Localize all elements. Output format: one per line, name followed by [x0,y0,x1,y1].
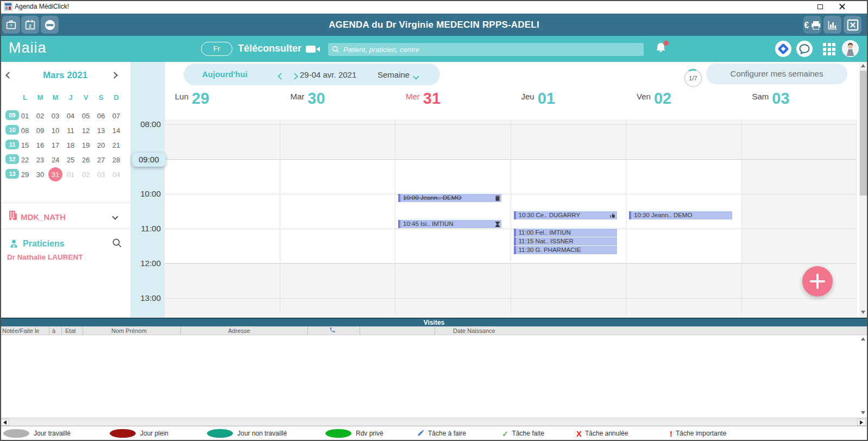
column-line [741,119,742,316]
scroll-right-button[interactable] [857,419,866,426]
day-header-ven[interactable]: Ven02 [637,90,741,119]
scroll-down-arrow[interactable] [861,311,865,314]
prev-week-button[interactable] [279,71,284,81]
mini-calendar-day[interactable]: 29 [17,167,33,182]
appointment-event[interactable]: 10:30 Ce.. DUGARRY [514,211,617,219]
mini-calendar-day[interactable]: 16 [33,138,48,153]
appointment-event[interactable]: 11:30 G. PHARMACIE [514,246,617,254]
day-name: Mar [291,92,305,101]
visites-column-header: Notée/Faite le [2,327,39,334]
mini-calendar-day[interactable]: 04 [109,167,124,182]
visites-table-body[interactable] [0,335,868,418]
scroll-up-arrow[interactable] [861,64,865,67]
mini-calendar-day[interactable]: 02 [78,167,93,182]
exit-button[interactable] [844,16,861,34]
notifications-button[interactable] [655,42,668,56]
off-day-column-sam [741,119,857,316]
appointment-event[interactable]: 10:30 Jeann.. DEMO [629,211,732,219]
day-header-lun[interactable]: Lun29 [175,90,280,119]
mini-calendar-day[interactable]: 24 [48,153,63,167]
next-week-button[interactable] [292,71,297,81]
scroll-left-button[interactable] [1,419,9,426]
mini-calendar-day[interactable]: 31 [48,167,63,182]
mini-calendar-day[interactable]: 15 [17,138,33,153]
mini-calendar-day[interactable]: 26 [78,153,93,167]
search-input[interactable] [342,43,640,56]
configure-weeks-button[interactable]: Configurer mes semaines [706,64,847,84]
mini-calendar-day[interactable]: 11 [63,123,78,138]
mini-calendar-day[interactable]: 19 [78,138,93,153]
mini-calendar-day[interactable]: 04 [63,109,78,123]
appointment-event[interactable]: 10:00 Jeann.. DEMO [398,194,501,202]
mini-calendar-day[interactable]: 01 [63,167,78,182]
mini-calendar-day[interactable]: 13 [93,123,109,138]
column-line [164,119,165,316]
billing-print-button[interactable]: € [803,16,821,34]
search-bar [328,43,644,56]
mini-calendar-day[interactable]: 01 [17,109,33,123]
chevron-down-icon[interactable] [112,213,118,219]
mini-calendar-day[interactable]: 25 [63,153,78,167]
mini-calendar-day[interactable]: 06 [93,109,109,123]
mini-calendar-day[interactable]: 23 [33,153,48,167]
mini-calendar-day[interactable]: 18 [63,138,78,153]
calendar-vertical-scrollbar[interactable] [859,62,867,317]
scrollbar-thumb[interactable] [860,71,867,196]
day-header-mer[interactable]: Mer31 [406,90,511,119]
day-header-jeu[interactable]: Jeu01 [521,90,626,119]
statistics-button[interactable] [823,16,841,34]
mini-calendar-day[interactable]: 14 [109,123,124,138]
mini-calendar-day[interactable]: 02 [33,109,48,123]
mini-calendar-day[interactable]: 28 [109,153,124,167]
practitioner-name[interactable]: Dr Nathalie LAURENT [7,253,83,261]
appointment-event[interactable]: 10:45 Isi.. IMTIUN [398,220,501,228]
chevron-down-icon[interactable] [414,71,418,81]
mini-calendar-day[interactable]: 07 [109,109,124,123]
messages-button[interactable] [796,41,813,57]
event-label: 10:00 Jeann.. DEMO [403,194,461,201]
mini-calendar-day[interactable]: 30 [33,167,48,182]
mini-calendar-day[interactable]: 10 [48,123,63,138]
maximize-button[interactable] [812,1,828,12]
cabinet-row[interactable]: MDK_NATH [0,206,130,228]
mini-calendar-day[interactable]: 03 [48,109,63,123]
event-label: 11:00 Fel.. IMTIUN [519,229,571,236]
mini-calendar-day[interactable]: 22 [17,153,33,167]
next-month-button[interactable] [112,70,123,81]
add-appointment-button[interactable] [802,266,833,297]
today-button[interactable]: Aujourd'hui [202,70,248,79]
appointment-event[interactable]: 11:00 Fel.. IMTIUN [514,229,617,237]
day-header-mar[interactable]: Mar30 [291,90,395,119]
apps-grid-button[interactable] [823,43,835,55]
teleconsult-button[interactable]: Téléconsulter [238,43,301,54]
close-button[interactable] [834,1,850,12]
visites-horizontal-scrollbar[interactable] [0,418,868,426]
mini-calendar-day[interactable]: 03 [93,167,109,182]
time-indicator-bubble: 09:00 [132,153,166,167]
mini-calendar-day[interactable]: 17 [48,138,63,153]
legend-label: Tâche à faire [428,430,466,437]
appointment-event[interactable]: 11:15 Nat.. ISSNER [514,237,617,245]
avatar[interactable] [842,40,858,56]
language-button[interactable]: Fr [201,42,232,56]
mini-calendar-day[interactable]: 05 [78,109,93,123]
visites-column-headers: Notée/Faite leàEtatNom PrénomAdresseDate… [0,326,868,335]
mini-calendar-day[interactable]: 09 [33,123,48,138]
visites-column-header: à [52,327,55,334]
day-header-sam[interactable]: Sam03 [752,90,857,119]
agenda-title: AGENDA du Dr Virginie MEDECIN RPPS-ADELI [0,14,868,36]
mini-calendar-day[interactable]: 27 [93,153,109,167]
view-mode-select[interactable]: Semaine [378,70,410,79]
visites-scroll-down-arrow[interactable] [861,411,865,414]
legend-label: Jour non travaillé [237,430,287,437]
mini-calendar-day[interactable]: 21 [109,138,124,153]
mini-calendar-day[interactable]: 12 [78,123,93,138]
visites-scroll-up-arrow[interactable] [861,337,865,341]
week-grid[interactable]: 10:00 Jeann.. DEMO10:45 Isi.. IMTIUN10:3… [164,119,857,316]
maiia-pro-app-button[interactable] [775,41,791,57]
trash-icon [495,195,500,202]
mini-calendar-day[interactable]: 20 [93,138,109,153]
search-practitioner-button[interactable] [112,238,122,250]
mini-calendar-day[interactable]: 08 [17,123,33,138]
column-line [395,119,395,316]
